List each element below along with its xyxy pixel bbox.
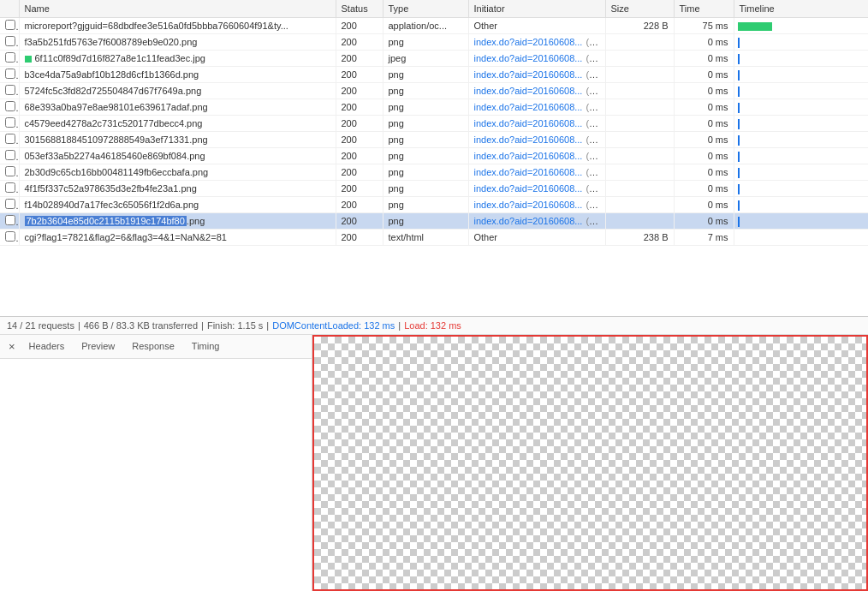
col-header-timeline[interactable]: Timeline xyxy=(734,0,868,18)
row-timeline xyxy=(734,18,868,34)
network-panel[interactable]: Name Status Type Initiator Size Time Tim… xyxy=(0,0,868,317)
row-checkbox[interactable] xyxy=(5,101,15,111)
row-name[interactable]: 4f1f5f337c52a978635d3e2fb4fe23a1.png xyxy=(19,181,336,197)
initiator-link[interactable]: index.do?aid=20160608... xyxy=(474,53,583,63)
type-indicator xyxy=(25,56,32,63)
row-initiator[interactable]: index.do?aid=20160608...(from cache) xyxy=(468,99,605,116)
status-divider2: | xyxy=(201,320,204,331)
initiator-link[interactable]: index.do?aid=20160608... xyxy=(474,134,583,145)
network-table: Name Status Type Initiator Size Time Tim… xyxy=(0,0,868,246)
table-row[interactable]: 2b30d9c65cb16bb00481149fb6eccbafa.png200… xyxy=(0,164,868,181)
close-button[interactable]: × xyxy=(3,335,21,359)
row-name[interactable]: 7b2b3604e85d0c2115b1919c174bf80.png xyxy=(19,213,336,230)
row-checkbox[interactable] xyxy=(5,166,15,176)
tab-timing[interactable]: Timing xyxy=(183,334,229,360)
row-checkbox[interactable] xyxy=(5,182,15,193)
row-initiator[interactable]: index.do?aid=20160608...(from cache) xyxy=(468,83,605,99)
col-header-name[interactable]: Name xyxy=(19,0,336,18)
col-header-type[interactable]: Type xyxy=(383,0,468,18)
table-row[interactable]: 30156881884510972888549a3ef71331.png200p… xyxy=(0,132,868,148)
col-header-size[interactable]: Size xyxy=(605,0,674,18)
row-checkbox[interactable] xyxy=(5,69,15,79)
initiator-link[interactable]: index.do?aid=20160608... xyxy=(474,151,583,161)
row-checkbox-cell xyxy=(0,99,19,116)
row-checkbox[interactable] xyxy=(5,215,15,225)
row-initiator[interactable]: index.do?aid=20160608...(from cache) xyxy=(468,67,605,83)
col-header-initiator[interactable]: Initiator xyxy=(468,0,605,18)
row-initiator[interactable]: index.do?aid=20160608...(from cache) xyxy=(468,116,605,132)
row-initiator[interactable]: index.do?aid=20160608...(from cache) xyxy=(468,148,605,164)
row-type: png xyxy=(383,83,468,99)
row-initiator[interactable]: index.do?aid=20160608...(from cache) xyxy=(468,34,605,51)
row-type: png xyxy=(383,116,468,132)
row-checkbox[interactable] xyxy=(5,52,15,63)
row-checkbox[interactable] xyxy=(5,85,15,95)
row-name[interactable]: f14b028940d7a17fec3c65056f1f2d6a.png xyxy=(19,197,336,213)
table-row[interactable]: 7b2b3604e85d0c2115b1919c174bf80.png200pn… xyxy=(0,213,868,230)
tab-response[interactable]: Response xyxy=(123,334,183,360)
row-name[interactable]: 2b30d9c65cb16bb00481149fb6eccbafa.png xyxy=(19,164,336,181)
initiator-link[interactable]: index.do?aid=20160608... xyxy=(474,216,583,226)
row-initiator[interactable]: index.do?aid=20160608...(from cache) xyxy=(468,164,605,181)
initiator-link[interactable]: index.do?aid=20160608... xyxy=(474,183,583,194)
initiator-link[interactable]: index.do?aid=20160608... xyxy=(474,118,583,128)
table-row[interactable]: 053ef33a5b2274a46185460e869bf084.png200p… xyxy=(0,148,868,164)
row-name[interactable]: 30156881884510972888549a3ef71331.png xyxy=(19,132,336,148)
row-type: png xyxy=(383,197,468,213)
row-status: 200 xyxy=(336,132,383,148)
tab-preview[interactable]: Preview xyxy=(73,334,123,360)
table-row[interactable]: 5724fc5c3fd82d725504847d67f7649a.png200p… xyxy=(0,83,868,99)
row-checkbox[interactable] xyxy=(5,150,15,160)
initiator-link[interactable]: index.do?aid=20160608... xyxy=(474,69,583,80)
row-status: 200 xyxy=(336,148,383,164)
table-row[interactable]: 6f11c0f89d7d16f827a8e1c11fead3ec.jpg200j… xyxy=(0,51,868,67)
timeline-tick xyxy=(738,38,740,48)
tab-headers[interactable]: Headers xyxy=(21,334,74,360)
table-row[interactable]: f3a5b251fd5763e7f6008789eb9e020.png200pn… xyxy=(0,34,868,51)
row-initiator[interactable]: index.do?aid=20160608...(from cache) xyxy=(468,197,605,213)
initiator-link[interactable]: index.do?aid=20160608... xyxy=(474,37,583,47)
row-name[interactable]: cgi?flag1=7821&flag2=6&flag3=4&1=NaN&2=8… xyxy=(19,230,336,246)
row-checkbox[interactable] xyxy=(5,36,15,46)
initiator-link[interactable]: index.do?aid=20160608... xyxy=(474,102,583,112)
table-row[interactable]: 4f1f5f337c52a978635d3e2fb4fe23a1.png200p… xyxy=(0,181,868,197)
row-initiator[interactable]: index.do?aid=20160608...(from cache) xyxy=(468,132,605,148)
table-row[interactable]: f14b028940d7a17fec3c65056f1f2d6a.png200p… xyxy=(0,197,868,213)
table-row[interactable]: cgi?flag1=7821&flag2=6&flag3=4&1=NaN&2=8… xyxy=(0,230,868,246)
table-row[interactable]: b3ce4da75a9abf10b128d6cf1b1366d.png200pn… xyxy=(0,67,868,83)
row-name[interactable]: microreport?gjguid=68dbdfee3e516a0fd5bbb… xyxy=(19,18,336,34)
row-type: text/html xyxy=(383,230,468,246)
selected-name-suffix: .png xyxy=(187,216,205,226)
image-preview xyxy=(314,337,866,589)
row-initiator[interactable]: index.do?aid=20160608...(from cache) xyxy=(468,51,605,67)
initiator-link[interactable]: index.do?aid=20160608... xyxy=(474,200,583,210)
left-panel: × Headers Preview Response Timing xyxy=(0,335,312,591)
row-name[interactable]: f3a5b251fd5763e7f6008789eb9e020.png xyxy=(19,34,336,51)
row-name[interactable]: 6f11c0f89d7d16f827a8e1c11fead3ec.jpg xyxy=(19,51,336,67)
table-row[interactable]: c4579eed4278a2c731c520177dbecc4.png200pn… xyxy=(0,116,868,132)
row-checkbox[interactable] xyxy=(5,199,15,209)
initiator-link[interactable]: index.do?aid=20160608... xyxy=(474,86,583,96)
row-initiator[interactable]: index.do?aid=20160608...(from cache) xyxy=(468,181,605,197)
row-initiator: Other xyxy=(468,18,605,34)
status-dom-content-loaded[interactable]: DOMContentLoaded: 132 ms xyxy=(272,320,395,331)
row-checkbox[interactable] xyxy=(5,20,15,30)
row-name[interactable]: c4579eed4278a2c731c520177dbecc4.png xyxy=(19,116,336,132)
col-header-status[interactable]: Status xyxy=(336,0,383,18)
table-row[interactable]: microreport?gjguid=68dbdfee3e516a0fd5bbb… xyxy=(0,18,868,34)
col-header-time[interactable]: Time xyxy=(674,0,734,18)
status-summary: 14 / 21 requests xyxy=(7,320,74,331)
row-initiator[interactable]: index.do?aid=20160608...(from cache) xyxy=(468,213,605,230)
row-name[interactable]: 5724fc5c3fd82d725504847d67f7649a.png xyxy=(19,83,336,99)
timeline-tick xyxy=(738,152,740,162)
row-timeline xyxy=(734,67,868,83)
row-checkbox[interactable] xyxy=(5,134,15,144)
row-checkbox[interactable] xyxy=(5,117,15,128)
row-name[interactable]: b3ce4da75a9abf10b128d6cf1b1366d.png xyxy=(19,67,336,83)
initiator-link[interactable]: index.do?aid=20160608... xyxy=(474,167,583,177)
row-name[interactable]: 053ef33a5b2274a46185460e869bf084.png xyxy=(19,148,336,164)
row-name[interactable]: 68e393a0ba97e8ae98101e639617adaf.png xyxy=(19,99,336,116)
table-row[interactable]: 68e393a0ba97e8ae98101e639617adaf.png200p… xyxy=(0,99,868,116)
row-checkbox[interactable] xyxy=(5,231,15,242)
status-load[interactable]: Load: 132 ms xyxy=(404,320,461,331)
